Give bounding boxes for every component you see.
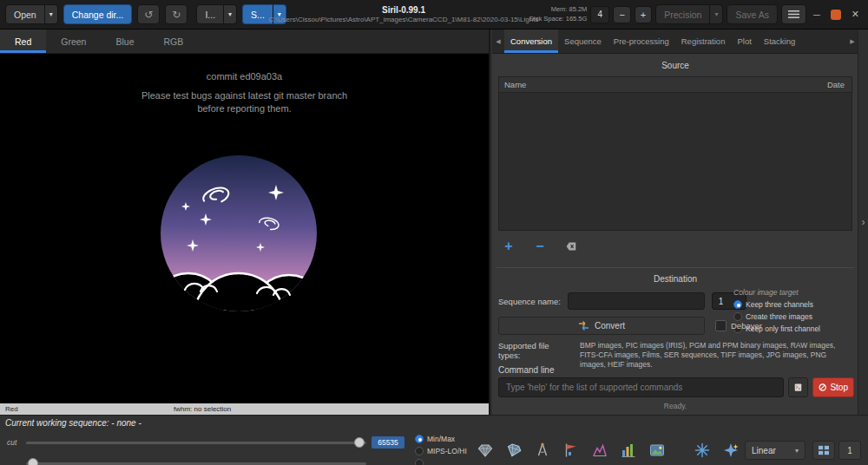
slider-handle[interactable] [354,437,365,448]
image-canvas[interactable]: commit ed09a03a Please test bugs against… [0,54,489,403]
hamburger-menu-button[interactable] [781,4,806,24]
tabs-scroll-right-icon[interactable]: ▶ [846,29,858,53]
radio-min-max[interactable]: Min/Max [415,433,467,445]
redo-button[interactable]: ↻ [165,4,187,24]
tab-registration[interactable]: Registration [675,29,732,53]
convert-arrows-icon [578,320,589,331]
memory-usage: Mem: 85.2M [529,5,588,14]
clear-list-button[interactable] [561,238,582,255]
slider-handle[interactable] [28,458,38,465]
logo-hills [152,273,326,329]
command-export-button[interactable] [788,377,808,397]
bottom-bar: Current working sequence: - none - cut 6… [0,415,868,465]
panel-expander-handle[interactable]: › [858,29,868,415]
column-name[interactable]: Name [499,80,805,89]
working-sequence-status: Current working sequence: - none - [5,418,141,428]
threads-decrease-button[interactable]: − [613,6,630,23]
close-button[interactable]: ✕ [848,9,863,20]
threads-increase-button[interactable]: + [635,6,652,23]
radio-dot-icon [733,300,742,309]
add-files-button[interactable]: + [498,238,519,255]
photo-tool-button[interactable] [644,438,670,462]
change-dir-button[interactable]: Change dir... [63,4,133,24]
scale-mode-select[interactable]: Linear ▾ [745,441,806,460]
tab-rgb[interactable]: RGB [148,29,198,53]
tab-blue[interactable]: Blue [101,29,148,53]
titlebar-right: Mem: 85.2M Disk Space: 165.5G 4 − + Prec… [529,4,863,24]
tabs-scroll-left-icon[interactable]: ◀ [492,29,504,53]
precision-caret[interactable]: ▾ [710,4,723,24]
sequence-menu-group: S... ▾ [242,4,286,24]
gem-blue-icon [505,442,523,459]
convert-row: Convert Debayer [498,317,762,335]
star-tool-button[interactable] [718,438,744,462]
high-cut-slider[interactable] [26,436,366,449]
histogram-tool-button[interactable] [615,438,641,462]
radio-keep-three-channels[interactable]: Keep three channels [733,298,845,311]
tab-plot[interactable]: Plot [731,29,757,53]
command-input[interactable] [498,377,784,397]
image-menu-caret[interactable]: ▾ [224,4,237,24]
snowflake-tool-button[interactable] [689,438,715,462]
gem-blue-tool-button[interactable] [501,438,527,462]
stop-label: Stop [830,383,848,392]
flag-tool-button[interactable] [558,438,584,462]
remove-files-button[interactable]: − [529,238,550,255]
maximize-button[interactable] [827,10,845,20]
siril-window: Open ▾ Change dir... ↺ ↻ I... ▾ S... ▾ S… [0,0,868,465]
open-dropdown-caret[interactable]: ▾ [45,4,58,24]
tab-conversion[interactable]: Conversion [504,29,558,53]
grid-icon [819,445,829,455]
flag-icon [562,442,580,459]
sequence-menu-button[interactable]: S... [242,4,273,24]
supported-types-text: BMP images, PIC images (IRIS), PGM and P… [580,341,854,370]
column-date[interactable]: Date [805,80,852,89]
tab-red[interactable]: Red [0,29,46,53]
debayer-checkbox[interactable]: Debayer [715,320,762,331]
sequence-name-input[interactable] [568,292,705,310]
open-button[interactable]: Open [5,4,45,24]
single-view-button[interactable]: 1 [838,441,861,460]
source-list-header: Name Date [499,77,852,93]
curve-tool-button[interactable] [587,438,613,462]
tool-icon-row [472,438,744,462]
star-icon [722,442,740,459]
snowflake-icon [694,442,711,459]
stop-button[interactable]: Stop [812,377,854,397]
debayer-label: Debayer [731,321,762,331]
precision-button[interactable]: Precision [655,4,710,24]
minus-icon: − [536,239,543,253]
destination-section-title: Destination [492,274,858,284]
convert-button[interactable]: Convert [498,317,705,335]
source-file-list[interactable]: Name Date [498,76,852,231]
image-menu-button[interactable]: I... [196,4,224,24]
tab-stacking[interactable]: Stacking [758,29,801,53]
radio-user-clipped[interactable] [415,457,467,465]
processing-tabs: ◀ Conversion Sequence Pre-processing Reg… [492,29,858,54]
save-as-button[interactable]: Save As [727,4,778,24]
source-list-buttons: + − [498,238,582,255]
commit-hash: commit ed09a03a [0,71,489,82]
gem-tool-button[interactable] [472,438,498,462]
grid-view-button[interactable] [812,441,835,460]
radio-mips-lo-hi[interactable]: MIPS-LO/HI [415,445,467,457]
undo-button[interactable]: ↺ [137,4,160,24]
high-cut-row: cut 65535 [7,436,404,449]
viewer-status-strip: Red fwhm: no selection [0,403,489,415]
open-button-group: Open ▾ [5,4,58,24]
tab-pre-processing[interactable]: Pre-processing [608,29,675,53]
tab-sequence[interactable]: Sequence [558,29,608,53]
slider-track[interactable] [26,442,366,444]
radio-dot-icon [415,447,424,455]
processing-panel: ◀ Conversion Sequence Pre-processing Reg… [492,29,868,415]
tab-green[interactable]: Green [46,29,101,53]
high-cut-value[interactable]: 65535 [372,436,404,449]
threads-entry[interactable]: 4 [590,6,609,23]
minimize-button[interactable]: ─ [810,10,824,20]
command-history-icon [794,382,802,393]
sequence-menu-caret[interactable]: ▾ [273,4,286,24]
low-cut-slider[interactable] [26,457,366,465]
resource-usage: Mem: 85.2M Disk Space: 165.5G [529,5,588,23]
compass-tool-button[interactable] [529,438,556,462]
radio-dot-icon [415,435,424,443]
